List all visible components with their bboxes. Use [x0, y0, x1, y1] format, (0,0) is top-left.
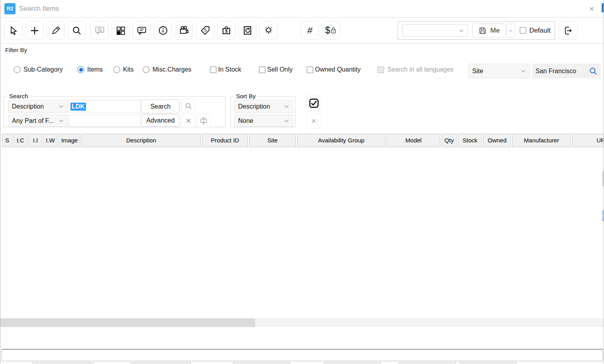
- x-icon: [311, 118, 317, 124]
- column-header-model[interactable]: Model: [387, 134, 440, 147]
- column-header-qty[interactable]: Qty: [442, 134, 457, 147]
- default-checkbox[interactable]: [520, 27, 526, 34]
- media-camera-button[interactable]: [175, 21, 193, 40]
- table-header-row: S I.C I.I I.W Image Description Product …: [0, 134, 604, 147]
- column-header-upc[interactable]: UPC: [572, 134, 604, 147]
- save-view-me-button[interactable]: Me: [472, 23, 506, 38]
- column-header-ii[interactable]: I.I: [29, 134, 42, 147]
- sort-primary-value: Description: [238, 103, 270, 110]
- column-header-s[interactable]: S: [2, 134, 12, 147]
- scrollbar-thumb[interactable]: [0, 318, 255, 327]
- search-query-selected-text: LDK: [70, 103, 86, 111]
- radio-label: Kits: [123, 66, 134, 73]
- price-tag-icon: S: [200, 25, 211, 36]
- column-header-ic[interactable]: I.C: [14, 134, 27, 147]
- search-scope-selector[interactable]: Any Part of F...: [8, 115, 68, 127]
- checkbox-icon: [210, 66, 217, 73]
- pointer-tool-button[interactable]: [4, 21, 23, 40]
- svg-text:$: $: [225, 29, 227, 33]
- apply-selection-button[interactable]: [306, 95, 321, 111]
- exit-button[interactable]: [559, 21, 578, 40]
- compare-columns-button[interactable]: [196, 114, 211, 127]
- search-items-window: R2 Search Items ×: [0, 0, 604, 364]
- radio-sub-category[interactable]: Sub-Category: [14, 66, 63, 73]
- title-bar: R2 Search Items ×: [0, 0, 604, 18]
- radio-kits[interactable]: Kits: [113, 66, 134, 73]
- search-query2-input[interactable]: [68, 115, 141, 127]
- sort-group-legend: Sort By: [234, 93, 258, 99]
- checkbox-label: Sell Only: [267, 66, 293, 73]
- radio-misc-charges[interactable]: Misc.Charges: [143, 66, 192, 73]
- save-floppy-icon: [478, 26, 487, 35]
- chevron-down-icon: [458, 27, 465, 34]
- sort-secondary-value: None: [238, 117, 253, 125]
- layout-grid-button[interactable]: [111, 21, 130, 40]
- site-selector[interactable]: Site: [468, 64, 530, 78]
- price-tag-button[interactable]: S: [196, 21, 214, 40]
- checkbox-checked-icon: [309, 98, 319, 109]
- column-header-availability-group[interactable]: Availability Group: [297, 134, 385, 147]
- bottom-button-sliver: [399, 362, 456, 364]
- column-header-image[interactable]: Image: [59, 134, 80, 147]
- search-query-input[interactable]: LDK: [68, 100, 141, 113]
- sort-secondary-selector[interactable]: None: [234, 115, 293, 127]
- column-header-manufacturer[interactable]: Manufacturer: [512, 134, 571, 147]
- radio-label: Sub-Category: [23, 66, 63, 73]
- search-button[interactable]: Search: [141, 99, 180, 113]
- document-history-button[interactable]: [238, 21, 256, 40]
- chevron-down-icon: [283, 117, 290, 125]
- column-header-owned[interactable]: Owned: [483, 134, 511, 147]
- edit-item-button[interactable]: [47, 21, 65, 40]
- checkbox-icon: [307, 66, 313, 73]
- checkbox-in-stock[interactable]: In Stock: [210, 66, 241, 73]
- checkbox-sell-only[interactable]: Sell Only: [259, 66, 293, 73]
- price-lock-button[interactable]: $: [322, 21, 340, 40]
- add-item-button[interactable]: [25, 21, 44, 40]
- bottom-button-sliver: [32, 362, 94, 364]
- advanced-button[interactable]: Advanced: [141, 114, 180, 127]
- item-info-button[interactable]: [154, 21, 172, 40]
- search-comment-icon: [94, 25, 105, 36]
- bottom-button-sliver: [459, 362, 517, 364]
- flip-columns-icon: [199, 117, 208, 125]
- checkbox-label: In Stock: [218, 66, 241, 73]
- clear-selection-button[interactable]: [306, 113, 321, 128]
- search-scope-selector-value: Any Part of F...: [12, 117, 54, 125]
- default-checkbox-row: Default: [520, 27, 551, 35]
- sort-primary-selector[interactable]: Description: [234, 100, 293, 113]
- comments-button[interactable]: [133, 21, 151, 40]
- chevron-down-icon: [508, 28, 513, 33]
- site-value-field[interactable]: San Francisco: [532, 64, 600, 78]
- column-header-description[interactable]: Description: [82, 134, 201, 147]
- search-icon: [72, 25, 82, 36]
- search-group-legend: Search: [7, 93, 30, 99]
- pencil-icon: [51, 25, 61, 35]
- column-header-stock[interactable]: Stock: [458, 134, 482, 147]
- search-field-selector[interactable]: Description: [8, 100, 68, 113]
- grid-icon: [115, 25, 126, 36]
- search-magnifier-button[interactable]: [181, 99, 195, 113]
- chevron-down-icon: [57, 103, 65, 110]
- save-view-dropdown-button[interactable]: [506, 23, 515, 38]
- checkbox-search-all-languages: Search in all languages: [377, 66, 453, 73]
- x-icon: [185, 117, 192, 124]
- me-label: Me: [491, 27, 500, 35]
- column-header-product-id[interactable]: Product ID: [202, 134, 248, 147]
- horizontal-scrollbar[interactable]: [0, 318, 604, 327]
- radio-items[interactable]: Items: [77, 66, 103, 73]
- background-window-edge: [602, 210, 604, 221]
- serial-hash-button[interactable]: #: [301, 21, 319, 40]
- clear-search-button[interactable]: [181, 114, 195, 127]
- column-header-iw[interactable]: I.W: [43, 134, 57, 147]
- search-tool-button[interactable]: [68, 21, 86, 40]
- close-button[interactable]: ×: [586, 3, 597, 14]
- money-case-button[interactable]: $: [217, 21, 235, 40]
- checkbox-owned-quantity[interactable]: Owned Quantity: [307, 66, 361, 73]
- status-bar: [2, 349, 603, 361]
- svg-text:S: S: [203, 27, 207, 33]
- sort-group: Sort By Description None: [231, 96, 295, 127]
- saved-view-select[interactable]: [402, 24, 468, 37]
- column-header-site[interactable]: Site: [249, 134, 296, 147]
- search-notes-button[interactable]: [90, 21, 109, 40]
- suggestions-button[interactable]: [259, 21, 278, 40]
